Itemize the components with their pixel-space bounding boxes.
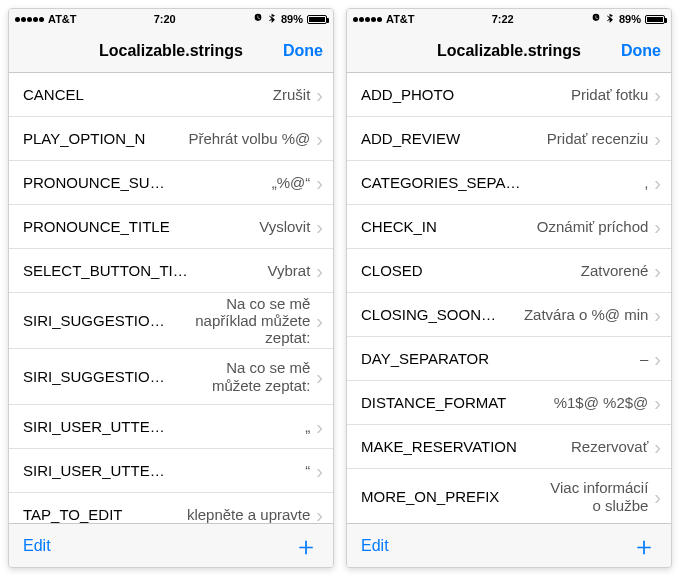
alarm-icon [591, 13, 601, 25]
string-key: CLOSING_SOON… [361, 306, 496, 323]
table-row[interactable]: SIRI_SUGGESTIO…Na co se mě například můž… [9, 293, 333, 349]
string-key: ADD_REVIEW [361, 130, 460, 147]
string-key: CHECK_IN [361, 218, 437, 235]
status-time: 7:22 [492, 13, 514, 25]
string-value: , [644, 174, 648, 191]
chevron-right-icon: › [654, 85, 661, 105]
string-key: SIRI_USER_UTTE… [23, 418, 165, 435]
table-row[interactable]: DISTANCE_FORMAT%1$@ %2$@› [347, 381, 671, 425]
table-row[interactable]: CATEGORIES_SEPARATOR,› [347, 161, 671, 205]
chevron-right-icon: › [316, 311, 323, 331]
table-row[interactable]: SIRI_USER_UTTE…„› [9, 405, 333, 449]
table-row[interactable]: SIRI_SUGGESTIO…Na co se mě můžete zeptat… [9, 349, 333, 405]
add-button[interactable]: ＋ [293, 533, 319, 559]
string-value: Na co se mě můžete zeptat: [212, 359, 310, 394]
string-value: Rezervovať [571, 438, 648, 455]
toolbar: Edit ＋ [9, 523, 333, 567]
string-value: Přehrát volbu %@ [188, 130, 310, 147]
chevron-right-icon: › [654, 173, 661, 193]
status-bar: AT&T 7:22 89% [347, 9, 671, 29]
string-key: SELECT_BUTTON_TITLE [23, 262, 191, 279]
string-key: PRONOUNCE_TITLE [23, 218, 170, 235]
string-key: DAY_SEPARATOR [361, 350, 489, 367]
table-row[interactable]: CHECK_INOznámiť príchod› [347, 205, 671, 249]
string-key: ADD_PHOTO [361, 86, 454, 103]
status-time: 7:20 [154, 13, 176, 25]
string-value: Viac informácií o službe [550, 479, 648, 514]
table-row[interactable]: CLOSEDZatvorené› [347, 249, 671, 293]
string-value: Na co se mě například můžete zeptat: [195, 295, 310, 347]
battery-pct: 89% [619, 13, 641, 25]
string-value: Zrušit [273, 86, 311, 103]
chevron-right-icon: › [316, 129, 323, 149]
table-row[interactable]: ADD_PHOTOPridať fotku› [347, 73, 671, 117]
chevron-right-icon: › [316, 173, 323, 193]
chevron-right-icon: › [316, 85, 323, 105]
string-key: CATEGORIES_SEPARATOR [361, 174, 529, 191]
string-key: PLAY_OPTION_N [23, 130, 145, 147]
table-row[interactable]: CANCELZrušit› [9, 73, 333, 117]
toolbar: Edit ＋ [347, 523, 671, 567]
edit-button[interactable]: Edit [361, 537, 389, 555]
string-key: SIRI_SUGGESTIO… [23, 312, 165, 329]
string-value: „ [305, 418, 310, 435]
string-value: Pridať recenziu [547, 130, 649, 147]
chevron-right-icon: › [654, 217, 661, 237]
done-button[interactable]: Done [621, 29, 661, 73]
string-key: MAKE_RESERVATION [361, 438, 517, 455]
string-value: klepněte a upravte [187, 506, 310, 523]
carrier-label: AT&T [48, 13, 77, 25]
table-row[interactable]: PRONOUNCE_SU…„%@“› [9, 161, 333, 205]
phone-left: AT&T 7:20 89% Localizable.strings Done C… [8, 8, 334, 568]
string-key: TAP_TO_EDIT [23, 506, 122, 523]
string-value: %1$@ %2$@ [554, 394, 649, 411]
table-row[interactable]: TAP_TO_EDITklepněte a upravte› [9, 493, 333, 523]
chevron-right-icon: › [654, 349, 661, 369]
table-row[interactable]: SIRI_USER_UTTE…“› [9, 449, 333, 493]
table-row[interactable]: MORE_ON_PREFIXViac informácií o službe› [347, 469, 671, 523]
string-key: MORE_ON_PREFIX [361, 488, 499, 505]
string-key: DISTANCE_FORMAT [361, 394, 506, 411]
strings-list[interactable]: ADD_PHOTOPridať fotku›ADD_REVIEWPridať r… [347, 73, 671, 523]
edit-button[interactable]: Edit [23, 537, 51, 555]
bluetooth-icon [267, 13, 277, 25]
string-value: Oznámiť príchod [537, 218, 649, 235]
table-row[interactable]: DAY_SEPARATOR–› [347, 337, 671, 381]
signal-icon [15, 17, 44, 22]
table-row[interactable]: PLAY_OPTION_NPřehrát volbu %@› [9, 117, 333, 161]
page-title: Localizable.strings [437, 42, 581, 60]
string-value: “ [305, 462, 310, 479]
battery-icon [645, 15, 665, 24]
page-title: Localizable.strings [99, 42, 243, 60]
string-value: – [640, 350, 648, 367]
done-button[interactable]: Done [283, 29, 323, 73]
string-key: SIRI_SUGGESTIO… [23, 368, 165, 385]
string-value: „%@“ [272, 174, 311, 191]
chevron-right-icon: › [654, 129, 661, 149]
table-row[interactable]: ADD_REVIEWPridať recenziu› [347, 117, 671, 161]
strings-list[interactable]: CANCELZrušit›PLAY_OPTION_NPřehrát volbu … [9, 73, 333, 523]
chevron-right-icon: › [654, 487, 661, 507]
chevron-right-icon: › [316, 417, 323, 437]
carrier-label: AT&T [386, 13, 415, 25]
string-key: CANCEL [23, 86, 84, 103]
alarm-icon [253, 13, 263, 25]
navbar: Localizable.strings Done [347, 29, 671, 73]
navbar: Localizable.strings Done [9, 29, 333, 73]
chevron-right-icon: › [654, 305, 661, 325]
string-key: SIRI_USER_UTTE… [23, 462, 165, 479]
chevron-right-icon: › [316, 261, 323, 281]
table-row[interactable]: PRONOUNCE_TITLEVyslovit› [9, 205, 333, 249]
table-row[interactable]: CLOSING_SOON…Zatvára o %@ min› [347, 293, 671, 337]
string-value: Pridať fotku [571, 86, 648, 103]
string-key: CLOSED [361, 262, 423, 279]
table-row[interactable]: SELECT_BUTTON_TITLEVybrat› [9, 249, 333, 293]
string-value: Zatvorené [581, 262, 649, 279]
add-button[interactable]: ＋ [631, 533, 657, 559]
chevron-right-icon: › [316, 217, 323, 237]
chevron-right-icon: › [654, 261, 661, 281]
battery-icon [307, 15, 327, 24]
table-row[interactable]: MAKE_RESERVATIONRezervovať› [347, 425, 671, 469]
chevron-right-icon: › [654, 437, 661, 457]
bluetooth-icon [605, 13, 615, 25]
